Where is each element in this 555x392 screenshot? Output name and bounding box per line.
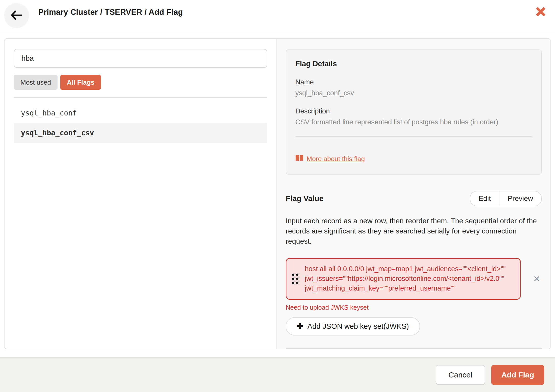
flag-config-panel: Flag Details Name ysql_hba_conf_csv Desc…: [277, 39, 550, 349]
edit-toggle-button[interactable]: Edit: [470, 191, 499, 206]
back-arrow-icon: [11, 10, 22, 21]
flag-value-header: Flag Value Edit Preview: [286, 191, 542, 206]
add-flag-panel: Most used All Flags ysql_hba_conf ysql_h…: [4, 38, 551, 349]
modal-footer: Cancel Add Flag: [0, 357, 555, 392]
edit-preview-toggle: Edit Preview: [470, 191, 542, 206]
cancel-button[interactable]: Cancel: [436, 365, 485, 385]
flag-details-title: Flag Details: [295, 60, 532, 68]
modal-header: Primary Cluster / TSERVER / Add Flag: [0, 0, 555, 31]
tabs-divider: [14, 97, 267, 98]
flag-list-item[interactable]: ysql_hba_conf: [14, 103, 267, 123]
details-divider: [295, 136, 532, 137]
back-button[interactable]: [4, 3, 29, 28]
name-label: Name: [295, 78, 532, 86]
book-icon: [295, 155, 304, 163]
flag-list-item-selected[interactable]: ysql_hba_conf_csv: [14, 123, 267, 143]
flag-filter-tabs: Most used All Flags: [14, 75, 267, 90]
flag-search-panel: Most used All Flags ysql_hba_conf ysql_h…: [5, 39, 277, 349]
flag-value-row-text[interactable]: host all all 0.0.0.0/0 jwt_map=map1 jwt_…: [305, 264, 513, 293]
flag-list: ysql_hba_conf ysql_hba_conf_csv: [14, 103, 267, 143]
plus-icon: ✚: [297, 322, 303, 330]
tab-all-flags[interactable]: All Flags: [60, 75, 101, 90]
flag-value-title: Flag Value: [286, 194, 323, 203]
preview-toggle-button[interactable]: Preview: [499, 191, 541, 206]
page-title: Primary Cluster / TSERVER / Add Flag: [38, 8, 183, 17]
add-jwks-label: Add JSON web key set(JWKS): [307, 322, 409, 331]
flag-search-input[interactable]: [14, 49, 267, 68]
flag-description-value: CSV formatted line represented list of p…: [295, 118, 532, 126]
more-about-flag-link[interactable]: More about this flag: [307, 155, 365, 163]
value-section-divider: [286, 348, 542, 349]
flag-name-value: ysql_hba_conf_csv: [295, 89, 532, 97]
flag-value-instructions: Input each record as a new row, then reo…: [286, 216, 542, 246]
jwks-error-text: Need to upload JWKS keyset: [286, 304, 542, 311]
flag-details-card: Flag Details Name ysql_hba_conf_csv Desc…: [286, 49, 542, 175]
description-label: Description: [295, 107, 532, 115]
add-jwks-button[interactable]: ✚ Add JSON web key set(JWKS): [286, 317, 420, 335]
add-flag-button[interactable]: Add Flag: [491, 365, 544, 385]
close-icon[interactable]: [534, 5, 548, 19]
flag-value-row-box[interactable]: host all all 0.0.0.0/0 jwt_map=map1 jwt_…: [286, 258, 521, 299]
more-about-flag-row[interactable]: More about this flag: [295, 155, 532, 163]
remove-row-icon[interactable]: ✕: [533, 275, 540, 283]
flag-value-row: host all all 0.0.0.0/0 jwt_map=map1 jwt_…: [286, 258, 542, 299]
tab-most-used[interactable]: Most used: [14, 75, 58, 90]
drag-handle-icon[interactable]: [292, 273, 298, 284]
